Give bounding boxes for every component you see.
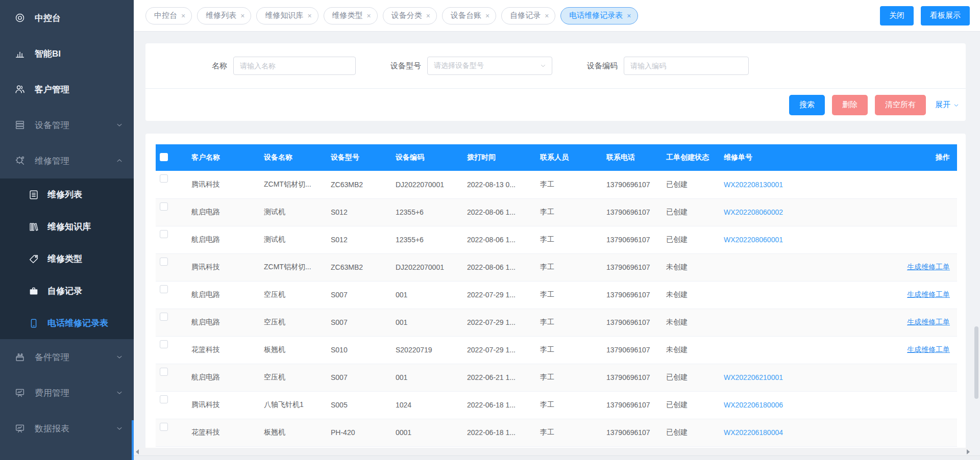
action-cell <box>851 171 957 198</box>
expand-toggle[interactable]: 展开 <box>935 100 960 110</box>
tab-repair-type[interactable]: 维修类型× <box>324 7 378 24</box>
generate-work-order-link[interactable]: 生成维修工单 <box>907 263 950 271</box>
device-code-cell: 1024 <box>396 391 467 419</box>
tab-close-icon[interactable]: × <box>240 12 244 19</box>
device-model-cell: S007 <box>331 364 396 391</box>
customer-cell: 花篮科技 <box>191 419 264 446</box>
sidebar-subitem-repair-type[interactable]: 维修类型 <box>0 243 134 275</box>
column-header: 客户名称 <box>191 144 264 171</box>
order-status-cell: 未创建 <box>666 281 724 309</box>
generate-work-order-link[interactable]: 生成维修工单 <box>907 345 950 353</box>
row-checkbox[interactable] <box>160 368 168 376</box>
sidebar-item-system-settings[interactable]: 系统设置 <box>0 446 134 460</box>
tabbar-actions: 关闭 看板展示 <box>880 6 970 25</box>
tab-repair-knowledge[interactable]: 维修知识库× <box>256 7 318 24</box>
device-code-cell: 001 <box>396 364 467 391</box>
sidebar-item-customer-mgmt[interactable]: 客户管理 <box>0 71 134 107</box>
scroll-left-arrow-icon[interactable] <box>136 449 139 454</box>
chevron-down-icon <box>115 389 124 397</box>
code-label: 设备编码 <box>587 61 618 71</box>
sidebar-subitem-label: 自修记录 <box>47 285 82 297</box>
tab-close-icon[interactable]: × <box>627 12 631 19</box>
sidebar-subitem-self-repair-record[interactable]: 自修记录 <box>0 275 134 307</box>
close-button[interactable]: 关闭 <box>880 6 914 25</box>
tab-close-icon[interactable]: × <box>426 12 430 19</box>
sidebar: 中控台智能BI客户管理设备管理维修管理维修列表维修知识库维修类型自修记录电话维修… <box>0 0 134 460</box>
delete-button[interactable]: 删除 <box>832 95 868 115</box>
device-name-cell: 八轴飞针机1 <box>264 391 331 419</box>
select-all-checkbox[interactable] <box>160 153 168 161</box>
sidebar-subitem-phone-repair-record[interactable]: 电话维修记录表 <box>0 307 134 339</box>
horizontal-scrollbar[interactable] <box>134 448 972 455</box>
order-status-cell: 已创建 <box>666 419 724 446</box>
chevron-up-icon <box>115 157 124 165</box>
tab-device-category[interactable]: 设备分类× <box>383 7 437 24</box>
tab-close-icon[interactable]: × <box>545 12 549 19</box>
call-time-cell: 2022-06-18 1... <box>467 419 540 446</box>
repair-order-link[interactable]: WX202206210001 <box>724 373 783 381</box>
tab-label: 设备分类 <box>391 11 422 20</box>
contact-cell: 李工 <box>540 253 606 281</box>
sidebar-item-label: 费用管理 <box>35 387 69 399</box>
sidebar-item-device-mgmt[interactable]: 设备管理 <box>0 107 134 143</box>
tab-close-icon[interactable]: × <box>485 12 489 19</box>
row-checkbox[interactable] <box>160 202 168 211</box>
sidebar-item-label: 客户管理 <box>35 84 69 95</box>
sidebar-item-spare-parts-mgmt[interactable]: 备件管理 <box>0 339 134 375</box>
row-checkbox[interactable] <box>160 285 168 293</box>
sidebar-item-smart-bi[interactable]: 智能BI <box>0 36 134 71</box>
device-model-cell: S007 <box>331 309 396 336</box>
tab-repair-list[interactable]: 维修列表× <box>197 7 251 24</box>
sidebar-item-console[interactable]: 中控台 <box>0 0 134 36</box>
tab-label: 设备台账 <box>451 11 481 20</box>
tab-close-icon[interactable]: × <box>367 12 371 19</box>
repair-order-link[interactable]: WX202206180006 <box>724 401 783 409</box>
device-code-cell: S20220719 <box>396 336 467 364</box>
generate-work-order-link[interactable]: 生成维修工单 <box>907 290 950 298</box>
tab-phone-repair-records[interactable]: 电话维修记录表× <box>560 7 638 24</box>
name-input[interactable] <box>233 57 356 75</box>
sidebar-item-fee-mgmt[interactable]: 费用管理 <box>0 375 134 411</box>
tab-close-icon[interactable]: × <box>307 12 311 19</box>
tab-device-ledger[interactable]: 设备台账× <box>442 7 496 24</box>
tab-close-icon[interactable]: × <box>181 12 185 19</box>
clear-all-button[interactable]: 清空所有 <box>875 95 926 115</box>
board-display-button[interactable]: 看板展示 <box>921 6 970 25</box>
name-label: 名称 <box>212 61 227 71</box>
repair-order-link[interactable]: WX202208060001 <box>724 236 783 244</box>
row-checkbox[interactable] <box>160 340 168 348</box>
tab-console[interactable]: 中控台× <box>145 7 192 24</box>
contact-cell: 李工 <box>540 198 606 226</box>
repair-order-link[interactable]: WX202208130001 <box>724 181 783 189</box>
sidebar-item-data-report[interactable]: 数据报表 <box>0 411 134 446</box>
submenu-repair-mgmt: 维修列表维修知识库维修类型自修记录电话维修记录表 <box>0 178 134 339</box>
row-checkbox[interactable] <box>160 313 168 321</box>
generate-work-order-link[interactable]: 生成维修工单 <box>907 318 950 326</box>
code-input[interactable] <box>624 57 749 75</box>
scroll-right-arrow-icon[interactable] <box>967 449 970 454</box>
action-cell <box>851 198 957 226</box>
tab-self-repair[interactable]: 自修记录× <box>501 7 555 24</box>
row-checkbox[interactable] <box>160 174 168 183</box>
row-checkbox[interactable] <box>160 423 168 431</box>
call-time-cell: 2022-07-29 1... <box>467 336 540 364</box>
phone-cell: 13790696107 <box>606 226 666 253</box>
vertical-scrollbar-thumb[interactable] <box>974 326 978 399</box>
model-select[interactable]: 请选择设备型号 <box>427 57 552 75</box>
table-row: 花篮科技板翘机PH-42000012022-06-18 1...李工137906… <box>156 419 957 446</box>
search-button[interactable]: 搜索 <box>789 95 825 115</box>
call-time-cell: 2022-07-29 1... <box>467 281 540 309</box>
device-name-cell: 空压机 <box>264 281 331 309</box>
device-code-cell: DJ2022070001 <box>396 253 467 281</box>
table-row: 航启电路空压机S0070012022-07-29 1...李工137906961… <box>156 281 957 309</box>
row-checkbox[interactable] <box>160 258 168 266</box>
row-checkbox[interactable] <box>160 395 168 403</box>
name-field: 名称 <box>212 57 356 75</box>
row-checkbox[interactable] <box>160 230 168 238</box>
sidebar-subitem-repair-knowledge[interactable]: 维修知识库 <box>0 211 134 243</box>
sidebar-subitem-repair-list[interactable]: 维修列表 <box>0 178 134 211</box>
sidebar-item-repair-mgmt[interactable]: 维修管理 <box>0 143 134 178</box>
repair-order-link[interactable]: WX202206180004 <box>724 428 783 437</box>
device-code-cell: 001 <box>396 281 467 309</box>
repair-order-link[interactable]: WX202208060002 <box>724 208 783 216</box>
